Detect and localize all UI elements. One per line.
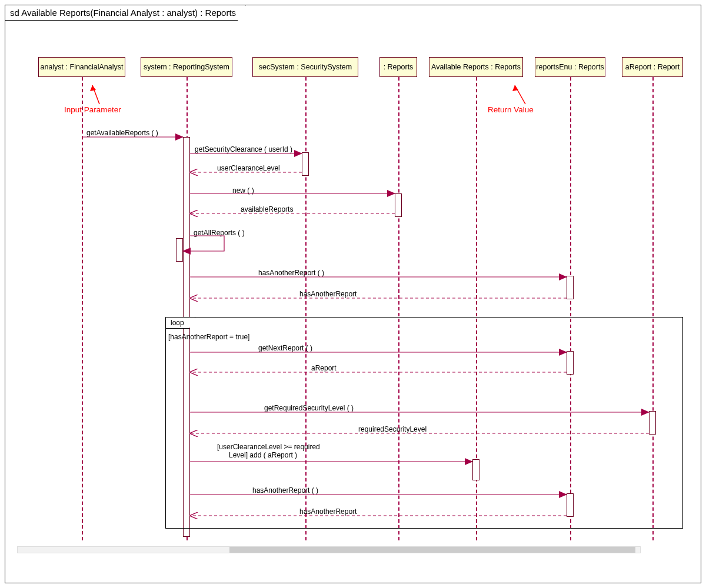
sequence-diagram-frame: sd Available Reports(Financial Analyst :… — [5, 5, 701, 583]
lifeline-analyst-label: analyst : FinancialAnalyst — [40, 63, 123, 71]
lifeline-system-label: system : ReportingSystem — [144, 63, 229, 71]
horizontal-scrollbar[interactable] — [17, 546, 641, 553]
loop-operator-tab: loop — [166, 318, 195, 329]
frame-title-tab: sd Available Reports(Financial Analyst :… — [5, 5, 246, 21]
msg-getnextreport: getNextReport ( ) — [258, 344, 312, 352]
lifeline-reportsenu[interactable]: reportsEnu : Reports — [535, 57, 605, 77]
lifeline-analyst[interactable]: analyst : FinancialAnalyst — [38, 57, 125, 77]
msg-new: new ( ) — [232, 186, 254, 195]
lifeline-enu-label: reportsEnu : Reports — [536, 63, 604, 71]
scrollbar-thumb[interactable] — [229, 547, 635, 553]
loop-label: loop — [171, 319, 184, 327]
svg-line-0 — [92, 85, 99, 104]
lifeline-secsystem[interactable]: secSystem : SecuritySystem — [252, 57, 358, 77]
activation-system-self — [176, 238, 183, 262]
loop-fragment[interactable]: loop [hasAnotherReport = true] — [165, 317, 683, 529]
activation-enu-1 — [567, 276, 574, 299]
svg-marker-1 — [90, 85, 96, 91]
msg-userclearancelevel: userClearanceLevel — [217, 164, 280, 172]
msg-hasanother-1: hasAnotherReport ( ) — [258, 269, 324, 277]
msg-add-guard-line1: [userClearanceLevel >= required — [217, 443, 320, 451]
lifeline-system[interactable]: system : ReportingSystem — [141, 57, 232, 77]
lifeline-areport[interactable]: aReport : Report — [622, 57, 683, 77]
annotation-input-parameter: Input Parameter — [64, 105, 121, 114]
activation-reports — [395, 193, 402, 217]
lifeline-areport-label: aReport : Report — [625, 63, 680, 71]
msg-hasanother-2: hasAnotherReport ( ) — [252, 486, 318, 495]
msg-requiredlevel-ret: requiredSecurityLevel — [358, 425, 427, 433]
lifeline-secsystem-label: secSystem : SecuritySystem — [259, 63, 352, 71]
msg-getrequiredlevel: getRequiredSecurityLevel ( ) — [264, 404, 354, 412]
activation-secsystem — [302, 152, 309, 176]
loop-guard: [hasAnotherReport = true] — [168, 333, 249, 341]
lifeline-reports[interactable]: : Reports — [379, 57, 417, 77]
svg-marker-3 — [512, 85, 518, 91]
lifeline-available-reports[interactable]: Available Reports : Reports — [429, 57, 523, 77]
msg-hasanother-ret-1: hasAnotherReport — [299, 290, 357, 298]
msg-areport-ret: aReport — [311, 364, 337, 372]
msg-getsecurityclearance: getSecurityClearance ( userId ) — [195, 145, 292, 153]
annotation-return-value: Return Value — [488, 105, 534, 114]
msg-hasanother-ret-2: hasAnotherReport — [299, 507, 357, 516]
svg-line-2 — [515, 85, 525, 104]
lifeline-reports-label: : Reports — [384, 63, 414, 71]
lifeline-line-analyst — [82, 77, 83, 540]
frame-title: sd Available Reports(Financial Analyst :… — [10, 8, 236, 18]
msg-getavailablereports: getAvailableReports ( ) — [86, 129, 158, 137]
msg-getallreports: getAllReports ( ) — [194, 229, 245, 237]
msg-add-guard-line2: Level] add ( aReport ) — [229, 451, 297, 459]
lifeline-available-label: Available Reports : Reports — [431, 63, 521, 71]
msg-availablereports: availableReports — [241, 205, 293, 213]
